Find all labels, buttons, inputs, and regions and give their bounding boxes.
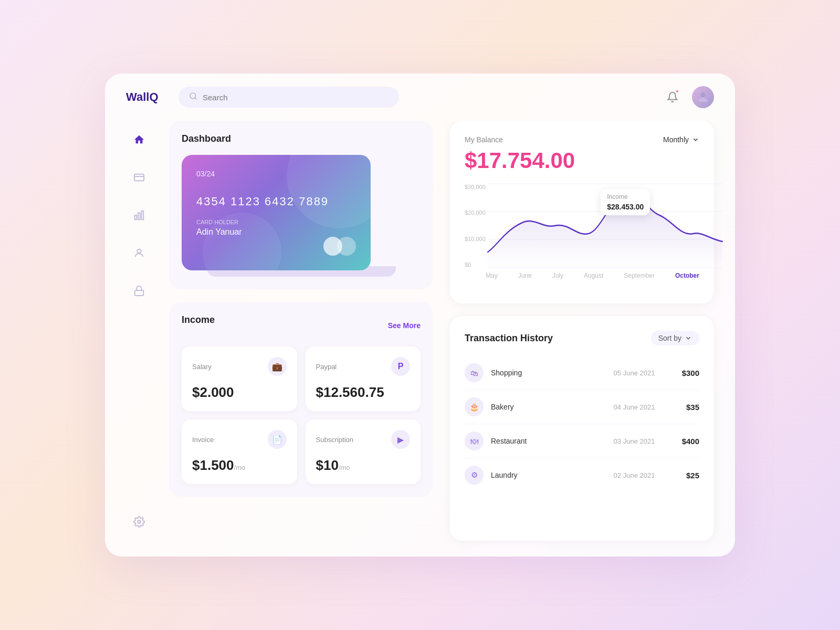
card-holder-label: Card Holder: [196, 219, 356, 225]
shopping-date: 05 June 2021: [608, 369, 660, 377]
svg-rect-9: [135, 290, 144, 296]
balance-label: My Balance: [465, 135, 503, 144]
sidebar-item-settings[interactable]: [129, 511, 150, 532]
see-more-button[interactable]: See More: [388, 321, 421, 330]
sort-label: Sort by: [658, 334, 681, 342]
restaurant-icon: 🍽: [465, 432, 484, 450]
svg-rect-5: [135, 215, 137, 219]
laundry-name: Laundry: [491, 471, 601, 479]
transaction-section: Transaction History Sort by 🛍 Shopping 0…: [450, 316, 714, 541]
income-subscription-amount: $10/mo: [316, 457, 411, 474]
transaction-title: Transaction History: [465, 333, 553, 344]
main-content: Dashboard 03/24 4354 1123 6432 7889 Card…: [105, 121, 735, 556]
y-axis-labels: $30,000 $20,000 $10,000 $0: [465, 184, 486, 268]
right-panel: My Balance Monthly $17.754.00 Income $28…: [450, 121, 714, 541]
card-circle-right: [337, 237, 356, 256]
card-logo: [323, 237, 356, 256]
laundry-date: 02 June 2021: [608, 471, 660, 479]
bakery-icon: 🎂: [465, 397, 484, 416]
svg-point-2: [701, 92, 706, 97]
balance-amount: $17.754.00: [465, 148, 699, 173]
search-input[interactable]: [203, 93, 388, 102]
card-expiry: 03/24: [196, 170, 356, 178]
income-card-paypal: Paypal P $12.560.75: [306, 346, 421, 411]
laundry-icon: ⚙: [465, 466, 484, 485]
sidebar-item-profile[interactable]: [129, 243, 150, 264]
income-subscription-icon: ▶: [391, 430, 410, 449]
income-card-subscription: Subscription ▶ $10/mo: [306, 419, 421, 484]
tooltip-value: $28.453.00: [607, 203, 644, 211]
app-container: WallQ: [105, 74, 735, 556]
income-card-salary: Salary 💼 $2.000: [182, 346, 297, 411]
card-number: 4354 1123 6432 7889: [196, 195, 356, 208]
dashboard-title: Dashboard: [182, 133, 421, 144]
credit-card: 03/24 4354 1123 6432 7889 Card Holder Ad…: [182, 155, 371, 270]
transaction-item-bakery: 🎂 Bakery 04 June 2021 $35: [465, 390, 699, 424]
header: WallQ: [105, 74, 735, 121]
svg-point-10: [138, 520, 141, 523]
income-invoice-label: Invoice: [192, 436, 214, 444]
dashboard-section: Dashboard 03/24 4354 1123 6432 7889 Card…: [169, 121, 433, 289]
restaurant-amount: $400: [668, 437, 699, 446]
income-paypal-label: Paypal: [316, 363, 337, 371]
left-panel: Dashboard 03/24 4354 1123 6432 7889 Card…: [169, 121, 433, 541]
sort-button[interactable]: Sort by: [651, 331, 699, 345]
shopping-icon: 🛍: [465, 363, 484, 382]
balance-section: My Balance Monthly $17.754.00 Income $28…: [450, 121, 714, 303]
svg-rect-3: [134, 174, 144, 181]
transaction-header: Transaction History Sort by: [465, 331, 699, 345]
shopping-amount: $300: [668, 369, 699, 377]
search-bar[interactable]: [178, 87, 399, 108]
transaction-item-restaurant: 🍽 Restaurant 03 June 2021 $400: [465, 424, 699, 458]
income-paypal-amount: $12.560.75: [316, 384, 411, 401]
transaction-item-shopping: 🛍 Shopping 05 June 2021 $300: [465, 356, 699, 390]
svg-rect-7: [142, 211, 144, 220]
bakery-date: 04 June 2021: [608, 403, 660, 411]
card-holder-name: Adin Yanuar: [196, 227, 356, 237]
svg-point-8: [137, 249, 141, 253]
income-invoice-icon: 📄: [268, 430, 287, 449]
svg-line-1: [195, 98, 196, 99]
restaurant-date: 03 June 2021: [608, 437, 660, 445]
income-invoice-amount: $1.500/mo: [192, 457, 287, 474]
balance-header: My Balance Monthly: [465, 135, 699, 144]
sidebar-item-cards[interactable]: [129, 167, 150, 188]
income-subscription-label: Subscription: [316, 436, 354, 444]
avatar[interactable]: [692, 86, 714, 108]
income-section: Income See More Salary 💼 $2.000: [169, 302, 433, 497]
chart-container: Income $28.453.00 $30,000 $20,000 $10,00…: [465, 184, 699, 289]
income-grid: Salary 💼 $2.000 Paypal P $12.560.75: [182, 346, 421, 484]
income-card-subscription-header: Subscription ▶: [316, 430, 411, 449]
bakery-amount: $35: [668, 403, 699, 412]
transaction-list: 🛍 Shopping 05 June 2021 $300 🎂 Bakery 04…: [465, 356, 699, 492]
search-icon: [189, 92, 197, 102]
income-salary-label: Salary: [192, 363, 212, 371]
transaction-item-laundry: ⚙ Laundry 02 June 2021 $25: [465, 458, 699, 492]
logo: WallQ: [126, 90, 168, 104]
sidebar-item-security[interactable]: [129, 280, 150, 301]
income-salary-amount: $2.000: [192, 384, 287, 401]
chart-x-labels: May June July August September October: [465, 268, 699, 279]
notification-button[interactable]: [662, 86, 684, 108]
svg-rect-6: [138, 213, 140, 219]
income-paypal-icon: P: [391, 357, 410, 376]
income-card-salary-header: Salary 💼: [192, 357, 287, 376]
income-title: Income: [182, 314, 215, 326]
income-salary-icon: 💼: [268, 357, 287, 376]
monthly-label: Monthly: [663, 135, 689, 144]
sidebar-item-home[interactable]: [129, 129, 150, 150]
laundry-amount: $25: [668, 471, 699, 480]
monthly-dropdown[interactable]: Monthly: [663, 135, 699, 144]
shopping-name: Shopping: [491, 369, 601, 377]
header-actions: [662, 86, 714, 108]
income-card-invoice: Invoice 📄 $1.500/mo: [182, 419, 297, 484]
income-header: Income See More: [182, 314, 421, 336]
sidebar: [126, 121, 152, 541]
bakery-name: Bakery: [491, 403, 601, 411]
income-card-paypal-header: Paypal P: [316, 357, 411, 376]
notification-dot: [675, 89, 679, 93]
restaurant-name: Restaurant: [491, 437, 601, 445]
sidebar-item-stats[interactable]: [129, 205, 150, 226]
income-card-invoice-header: Invoice 📄: [192, 430, 287, 449]
chart-tooltip: Income $28.453.00: [601, 189, 650, 215]
